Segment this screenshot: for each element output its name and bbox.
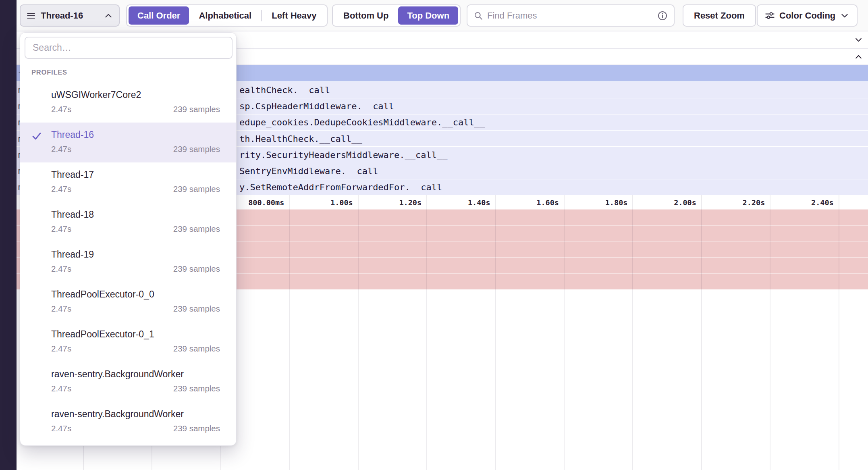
profile-option[interactable]: raven-sentry.BackgroundWorker 2.47s 239 … — [20, 362, 236, 402]
sort-call-order-button[interactable]: Call Order — [129, 6, 189, 25]
profile-option[interactable]: ThreadPoolExecutor-0_1 2.47s 239 samples — [20, 322, 236, 362]
profile-samples: 239 samples — [173, 304, 220, 314]
direction-bottom-up-button[interactable]: Bottom Up — [334, 6, 397, 25]
collapse-panel-button[interactable] — [854, 52, 863, 61]
frame-text: SentryEnvMiddleware.__call__ — [239, 166, 389, 176]
profile-meta: 2.47s 239 samples — [51, 264, 220, 274]
profile-name: ThreadPoolExecutor-0_1 — [51, 329, 220, 340]
profile-name: raven-sentry.BackgroundWorker — [51, 409, 220, 420]
profiles-list: uWSGIWorker7Core2 2.47s 239 samples Thre… — [20, 83, 236, 442]
profile-meta: 2.47s 239 samples — [51, 424, 220, 433]
profile-meta: 2.47s 239 samples — [51, 344, 220, 354]
frame-text: edupe_cookies.DedupeCookiesMiddleware.__… — [239, 117, 485, 127]
profile-duration: 2.47s — [51, 424, 71, 433]
chevron-down-icon — [854, 35, 863, 44]
dropdown-search-input[interactable] — [25, 37, 233, 59]
sort-order-group: Call Order Alphabetical Left Heavy — [126, 4, 328, 27]
reset-zoom-button[interactable]: Reset Zoom — [683, 4, 756, 27]
profile-duration: 2.47s — [51, 264, 71, 274]
profile-meta: 2.47s 239 samples — [51, 144, 220, 154]
color-coding-button[interactable]: Color Coding — [757, 4, 858, 27]
profile-name: ThreadPoolExecutor-0_0 — [51, 289, 220, 300]
thread-selector-label: Thread-16 — [41, 10, 99, 21]
segment-divider — [261, 10, 262, 21]
profile-duration: 2.47s — [51, 304, 71, 314]
frame-text: th.HealthCheck.__call__ — [239, 133, 362, 143]
profile-samples: 239 samples — [173, 344, 220, 354]
profile-name: uWSGIWorker7Core2 — [51, 89, 220, 100]
find-frames-input[interactable] — [487, 10, 653, 21]
color-coding-label: Color Coding — [779, 10, 835, 21]
profile-meta: 2.47s 239 samples — [51, 104, 220, 114]
profile-option[interactable]: uWSGIWorker7Core2 2.47s 239 samples — [20, 83, 236, 123]
direction-group: Bottom Up Top Down — [332, 4, 461, 27]
profile-duration: 2.47s — [51, 224, 71, 234]
direction-top-down-button[interactable]: Top Down — [398, 6, 458, 25]
axis-tick-label: 1.80s — [548, 198, 627, 206]
checkmark-icon — [31, 130, 42, 143]
info-icon[interactable] — [657, 10, 668, 21]
profiles-section-label: PROFILES — [31, 69, 236, 76]
axis-tick-label: 1.20s — [343, 198, 422, 206]
chevron-down-icon — [840, 11, 849, 21]
profile-duration: 2.47s — [51, 384, 71, 393]
profile-meta: 2.47s 239 samples — [51, 304, 220, 314]
profile-option[interactable]: raven-sentry.BackgroundWorker 2.47s 239 … — [20, 402, 236, 442]
chevron-up-icon — [104, 11, 113, 21]
profile-option[interactable]: Thread-17 2.47s 239 samples — [20, 162, 236, 202]
profile-samples: 239 samples — [173, 384, 220, 393]
axis-tick-label: 1.40s — [411, 198, 490, 206]
toolbar: Thread-16 Call Order Alphabetical Left H… — [17, 0, 868, 31]
sort-left-heavy-button[interactable]: Left Heavy — [263, 6, 325, 25]
profile-samples: 239 samples — [173, 144, 220, 154]
profile-name: Thread-16 — [51, 129, 220, 140]
profile-samples: 239 samples — [173, 264, 220, 274]
axis-tick-label: 2.20s — [686, 198, 765, 206]
frame-text: ealthCheck.__call__ — [239, 85, 341, 95]
axis-tick-label: 2.40s — [755, 198, 834, 206]
expand-panel-button[interactable] — [854, 35, 863, 44]
profile-samples: 239 samples — [173, 104, 220, 114]
profile-meta: 2.47s 239 samples — [51, 184, 220, 194]
profile-samples: 239 samples — [173, 424, 220, 433]
frame-text: sp.CspHeaderMiddleware.__call__ — [239, 101, 405, 111]
chevron-up-icon — [854, 52, 863, 61]
profile-name: Thread-17 — [51, 169, 220, 180]
profile-samples: 239 samples — [173, 224, 220, 234]
left-sidebar — [0, 0, 17, 470]
profile-meta: 2.47s 239 samples — [51, 384, 220, 393]
profile-name: raven-sentry.BackgroundWorker — [51, 369, 220, 380]
profile-option-selected[interactable]: Thread-16 2.47s 239 samples — [20, 123, 236, 162]
profile-duration: 2.47s — [51, 104, 71, 114]
sort-alphabetical-button[interactable]: Alphabetical — [190, 6, 260, 25]
thread-selector-dropdown: PROFILES uWSGIWorker7Core2 2.47s 239 sam… — [20, 32, 237, 446]
profile-duration: 2.47s — [51, 344, 71, 354]
thread-selector-button[interactable]: Thread-16 — [20, 4, 120, 27]
profile-name: Thread-18 — [51, 209, 220, 220]
profile-name: Thread-19 — [51, 249, 220, 260]
axis-tick-label: 1.00s — [274, 198, 353, 206]
profile-meta: 2.47s 239 samples — [51, 224, 220, 234]
search-icon — [473, 11, 483, 21]
sliders-icon — [765, 10, 775, 21]
profile-samples: 239 samples — [173, 184, 220, 194]
find-frames-search — [467, 4, 675, 27]
list-icon — [26, 11, 36, 21]
axis-tick-label: 2.00s — [617, 198, 696, 206]
frame-text: rity.SecurityHeadersMiddleware.__call__ — [239, 150, 448, 160]
profile-duration: 2.47s — [51, 184, 71, 194]
profile-option[interactable]: Thread-19 2.47s 239 samples — [20, 242, 236, 282]
axis-tick-label: 1.60s — [480, 198, 559, 206]
profile-option[interactable]: Thread-18 2.47s 239 samples — [20, 202, 236, 242]
profile-option[interactable]: ThreadPoolExecutor-0_0 2.47s 239 samples — [20, 282, 236, 322]
profile-duration: 2.47s — [51, 144, 71, 154]
frame-text: y.SetRemoteAddrFromForwardedFor.__call__ — [239, 182, 453, 192]
